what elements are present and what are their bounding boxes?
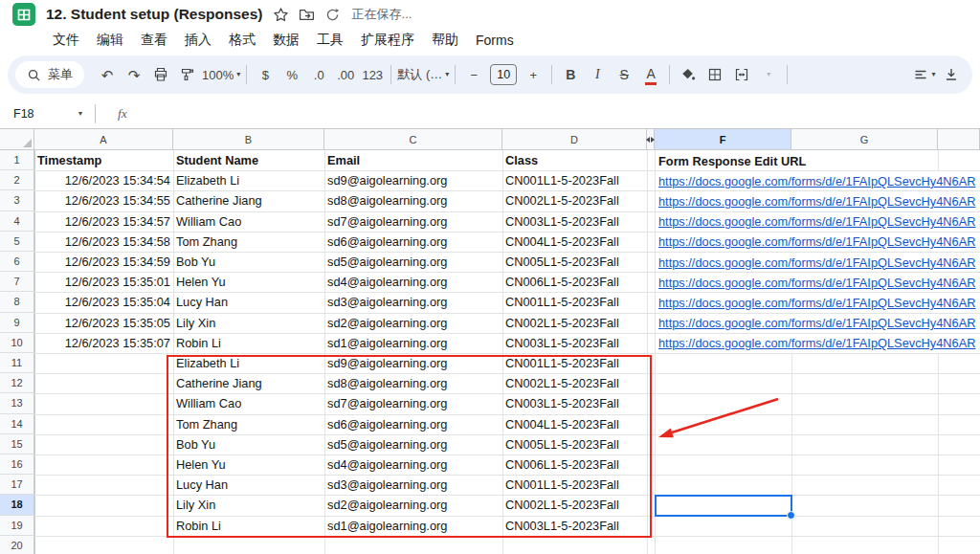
cell-B7[interactable]: Helen Yu <box>173 272 324 292</box>
format-currency-button[interactable]: $ <box>253 62 278 87</box>
row-header-3[interactable]: 3 <box>0 190 34 211</box>
cell-D7[interactable]: CN006L1-5-2023Fall <box>502 272 647 292</box>
cell-A8[interactable]: 12/6/2023 15:35:04 <box>34 292 173 312</box>
row-header-4[interactable]: 4 <box>0 211 34 232</box>
increase-decimal-button[interactable]: .00 <box>333 62 358 87</box>
cell-D3[interactable]: CN002L1-5-2023Fall <box>502 190 647 211</box>
menu-item-2[interactable]: 查看 <box>132 29 176 52</box>
undo-button[interactable]: ↶ <box>95 62 120 87</box>
cell-C7[interactable]: sd4@aigolearning.org <box>324 272 502 292</box>
menus-search[interactable]: 菜单 <box>15 61 84 88</box>
cell-A1[interactable]: Timestamp <box>34 150 173 170</box>
cell-F10-link[interactable]: https://docs.google.com/forms/d/e/1FAIpQ… <box>656 334 978 353</box>
cell-F4-link[interactable]: https://docs.google.com/forms/d/e/1FAIpQ… <box>656 212 978 232</box>
cell-F9-link[interactable]: https://docs.google.com/forms/d/e/1FAIpQ… <box>656 314 978 333</box>
column-header-C[interactable]: C <box>324 129 502 150</box>
cell-F3-link[interactable]: https://docs.google.com/forms/d/e/1FAIpQ… <box>656 191 978 211</box>
bold-button[interactable]: B <box>558 62 583 87</box>
text-color-button[interactable]: A <box>638 61 663 88</box>
cell-C5[interactable]: sd6@aigolearning.org <box>324 232 502 252</box>
cell-B4[interactable]: William Cao <box>173 211 324 232</box>
cell-A3[interactable]: 12/6/2023 15:34:55 <box>34 190 173 211</box>
row-header-13[interactable]: 13 <box>0 393 34 413</box>
font-size-input[interactable]: 10 <box>490 64 517 85</box>
menu-item-7[interactable]: 扩展程序 <box>352 29 423 52</box>
cell-D9[interactable]: CN002L1-5-2023Fall <box>502 313 647 333</box>
export-download-button[interactable] <box>939 62 964 87</box>
row-header-1[interactable]: 1 <box>0 150 34 170</box>
document-title[interactable]: 12. Student setup (Responses) <box>46 6 263 23</box>
cell-B6[interactable]: Bob Yu <box>173 252 324 272</box>
cell-F7-link[interactable]: https://docs.google.com/forms/d/e/1FAIpQ… <box>656 273 978 292</box>
italic-button[interactable]: I <box>585 62 610 87</box>
fill-handle[interactable] <box>787 511 795 520</box>
cell-A10[interactable]: 12/6/2023 15:35:07 <box>34 333 173 353</box>
cell-F1[interactable]: Form Response Edit URL <box>656 151 809 170</box>
row-header-11[interactable]: 11 <box>0 353 34 373</box>
column-header-G[interactable]: G <box>791 129 938 150</box>
cell-C3[interactable]: sd8@aigolearning.org <box>324 190 502 211</box>
sheets-logo-icon[interactable] <box>11 2 36 27</box>
column-header-partial[interactable] <box>938 129 980 150</box>
row-header-16[interactable]: 16 <box>0 454 34 475</box>
row-header-18[interactable]: 18 <box>0 495 34 515</box>
cell-A7[interactable]: 12/6/2023 15:35:01 <box>34 272 173 292</box>
cell-D10[interactable]: CN003L1-5-2023Fall <box>502 333 647 353</box>
menu-item-4[interactable]: 格式 <box>220 29 264 52</box>
cell-F5-link[interactable]: https://docs.google.com/forms/d/e/1FAIpQ… <box>656 233 978 252</box>
cell-C10[interactable]: sd1@aigolearning.org <box>324 333 502 353</box>
unhide-left-icon[interactable] <box>646 137 650 143</box>
merge-options-button[interactable]: ▾ <box>756 62 781 87</box>
menu-item-0[interactable]: 文件 <box>44 29 88 52</box>
format-percent-button[interactable]: % <box>279 62 304 87</box>
cell-C9[interactable]: sd2@aigolearning.org <box>324 313 502 333</box>
cell-F6-link[interactable]: https://docs.google.com/forms/d/e/1FAIpQ… <box>656 253 978 272</box>
row-header-20[interactable]: 20 <box>0 536 34 554</box>
zoom-control[interactable]: 100% ▾ <box>202 62 240 87</box>
column-header-B[interactable]: B <box>173 129 324 150</box>
row-header-10[interactable]: 10 <box>0 333 34 353</box>
decrease-font-size-button[interactable]: − <box>461 62 486 87</box>
strikethrough-button[interactable]: S <box>612 62 636 87</box>
more-formats-button[interactable]: 123 <box>360 62 385 87</box>
row-header-5[interactable]: 5 <box>0 232 34 252</box>
select-all-corner[interactable] <box>0 129 34 150</box>
menu-item-9[interactable]: Forms <box>467 30 523 51</box>
merge-cells-button[interactable] <box>729 62 754 87</box>
column-header-A[interactable]: A <box>34 129 173 150</box>
cell-A4[interactable]: 12/6/2023 15:34:57 <box>34 211 173 232</box>
row-header-7[interactable]: 7 <box>0 272 34 292</box>
cell-D5[interactable]: CN004L1-5-2023Fall <box>502 232 647 252</box>
cell-B3[interactable]: Catherine Jiang <box>173 190 324 211</box>
row-header-15[interactable]: 15 <box>0 434 34 454</box>
fill-color-button[interactable] <box>676 62 701 87</box>
cell-A6[interactable]: 12/6/2023 15:34:59 <box>34 252 173 272</box>
cell-D4[interactable]: CN003L1-5-2023Fall <box>502 211 647 232</box>
cell-C1[interactable]: Email <box>324 150 502 170</box>
menu-item-3[interactable]: 插入 <box>176 29 220 52</box>
name-box[interactable]: F18 ▾ <box>0 107 90 121</box>
column-header-F[interactable]: F <box>655 129 791 150</box>
row-header-9[interactable]: 9 <box>0 313 34 333</box>
borders-button[interactable] <box>702 62 727 87</box>
cell-B2[interactable]: Elizabeth Li <box>173 170 324 190</box>
cell-F2-link[interactable]: https://docs.google.com/forms/d/e/1FAIpQ… <box>656 171 978 190</box>
active-cell-F18[interactable] <box>655 495 792 516</box>
print-button[interactable] <box>148 62 173 87</box>
hidden-column-indicator[interactable] <box>647 129 655 150</box>
cell-F8-link[interactable]: https://docs.google.com/forms/d/e/1FAIpQ… <box>656 293 978 312</box>
row-header-19[interactable]: 19 <box>0 516 34 536</box>
cell-A5[interactable]: 12/6/2023 15:34:58 <box>34 232 173 252</box>
menu-item-6[interactable]: 工具 <box>308 29 352 52</box>
row-header-8[interactable]: 8 <box>0 292 34 312</box>
redo-button[interactable]: ↷ <box>122 62 146 87</box>
cell-D1[interactable]: Class <box>502 150 647 170</box>
menu-item-8[interactable]: 帮助 <box>423 29 467 52</box>
cell-A2[interactable]: 12/6/2023 15:34:54 <box>34 170 173 190</box>
column-header-D[interactable]: D <box>502 129 647 150</box>
cell-C8[interactable]: sd3@aigolearning.org <box>324 292 502 312</box>
cell-C6[interactable]: sd5@aigolearning.org <box>324 252 502 272</box>
row-header-12[interactable]: 12 <box>0 373 34 393</box>
cell-D6[interactable]: CN005L1-5-2023Fall <box>502 252 647 272</box>
menu-item-5[interactable]: 数据 <box>264 29 308 52</box>
